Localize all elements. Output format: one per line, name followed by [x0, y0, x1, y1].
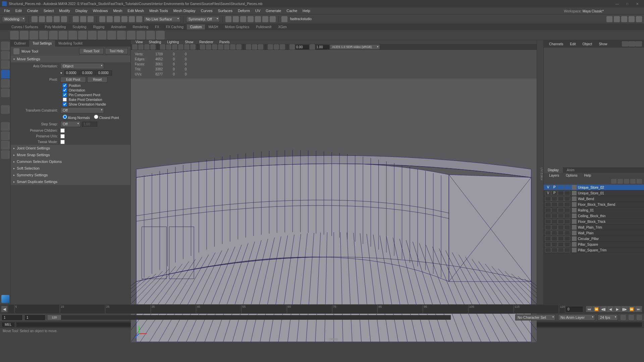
axis-orient-dropdown[interactable]: Object [60, 63, 104, 69]
reset-tool-button[interactable]: Reset Tool [79, 48, 104, 54]
menu-help[interactable]: Help [300, 9, 313, 13]
shelf-button[interactable] [78, 31, 87, 40]
tool-help-button[interactable]: Tool Help [105, 48, 128, 54]
hypershade-icon[interactable] [262, 16, 268, 22]
prefs-icon[interactable] [629, 315, 634, 320]
reset-pivot-button[interactable]: Reset [87, 77, 107, 82]
joint-orient[interactable]: Joint Orient Settings [11, 145, 130, 152]
layer-icon[interactable] [630, 179, 636, 184]
layout-tool[interactable] [1, 131, 10, 140]
last-tool[interactable] [1, 105, 10, 114]
menu-edit[interactable]: Edit [13, 9, 24, 13]
layer-row[interactable]: VPUnique_Store_02 [544, 185, 644, 190]
symmetry-dropdown[interactable]: Symmetry: Off [186, 16, 220, 22]
vp-menu-shading[interactable]: Shading [146, 40, 164, 44]
layer-icon[interactable] [637, 179, 642, 184]
shelf-button[interactable] [10, 31, 19, 40]
rp-layers[interactable]: Layers [546, 174, 562, 177]
save-scene-icon[interactable] [46, 16, 52, 22]
shelf-button[interactable] [107, 31, 116, 40]
layer-row[interactable]: Circular_Pillar [544, 236, 644, 242]
menu-surfaces[interactable]: Surfaces [215, 9, 235, 13]
menu-cache[interactable]: Cache [284, 9, 300, 13]
snap-live-icon[interactable] [129, 16, 135, 22]
vp-tool-icon[interactable] [190, 44, 196, 50]
undo-icon[interactable] [54, 16, 60, 22]
shelf-tab-active[interactable]: Custom [187, 24, 205, 29]
shelf-button[interactable] [30, 31, 38, 40]
shelf-tab[interactable]: FX Caching [163, 24, 187, 29]
vp-tool-icon[interactable] [144, 44, 150, 50]
layer-row[interactable]: Pillar_Square [544, 242, 644, 247]
shelf-tab[interactable]: Rigging [90, 24, 108, 29]
coord-z-input[interactable] [97, 70, 112, 75]
smart-duplicate[interactable]: Smart Duplicate Settings [11, 178, 130, 185]
fps-dropdown[interactable]: 24 fps [598, 314, 618, 320]
outliner-toggle-icon[interactable] [614, 16, 620, 22]
mode-dropdown[interactable]: Modeling [2, 16, 26, 22]
soft-selection[interactable]: Soft Selection [11, 165, 130, 172]
open-scene-icon[interactable] [39, 16, 45, 22]
play-fwd-icon[interactable]: ▶ [614, 306, 621, 312]
pin-component-check[interactable] [63, 93, 67, 97]
shelf-button[interactable] [127, 31, 136, 40]
rp-menu-channels[interactable]: Channels [546, 42, 567, 46]
shelf-tab[interactable]: Poly Modeling [41, 24, 69, 29]
channel-box-icon[interactable] [636, 16, 642, 22]
menu-windows[interactable]: Windows [90, 9, 111, 13]
cmd-lang[interactable]: MEL [2, 322, 14, 327]
layer-row[interactable]: Floor_Block_Thick_Bend [544, 202, 644, 207]
cb-icon[interactable] [635, 41, 642, 47]
rp-tab-anim[interactable]: Anim [563, 167, 579, 173]
menu-curves[interactable]: Curves [198, 9, 215, 13]
shelf-button[interactable] [117, 31, 126, 40]
select-tool[interactable] [1, 42, 10, 50]
snap-curve-icon[interactable] [107, 16, 113, 22]
grid-icon[interactable] [606, 16, 612, 22]
symmetry-settings[interactable]: Symmetry Settings [11, 172, 130, 178]
vp-tool-icon[interactable] [252, 44, 257, 50]
tab-outliner[interactable]: Outliner [11, 40, 29, 47]
menu-deform[interactable]: Deform [235, 9, 253, 13]
render-globals-icon[interactable] [248, 16, 254, 22]
menu-mesh-display[interactable]: Mesh Display [171, 9, 198, 13]
tool-settings-icon[interactable] [629, 16, 635, 22]
vp-tool-icon[interactable] [274, 44, 279, 50]
rp-menu-show[interactable]: Show [595, 42, 610, 46]
shelf-button[interactable] [88, 31, 97, 40]
prefs-icon[interactable] [637, 315, 642, 320]
uv-editor-tab[interactable]: UV Editor [540, 168, 543, 181]
tab-modeling-toolkit[interactable]: Modeling Toolkit [55, 40, 86, 47]
common-selection[interactable]: Common Selection Options [11, 158, 130, 165]
edit-pivot-button[interactable]: Edit Pivot [60, 77, 86, 82]
coord-x-input[interactable] [64, 70, 80, 75]
range-start-input[interactable] [2, 315, 22, 320]
vp-tool-icon[interactable] [218, 44, 223, 50]
close-button[interactable]: ✕ [633, 1, 642, 7]
vp-menu-panels[interactable]: Panels [217, 40, 232, 44]
layer-row[interactable]: VPUnique_Store_01 [544, 190, 644, 196]
prev-key-icon[interactable]: ◀▮ [600, 306, 607, 312]
redo-icon[interactable] [61, 16, 67, 22]
vp-tool-icon[interactable] [200, 44, 205, 50]
play-back-icon[interactable]: ◀ [607, 306, 614, 312]
prefs-icon[interactable] [621, 315, 626, 320]
render-view-icon[interactable] [255, 16, 261, 22]
shelf-tab[interactable]: MASH [205, 24, 221, 29]
vp-tool-icon[interactable] [206, 44, 211, 50]
live-surface-dropdown[interactable]: No Live Surface [144, 16, 180, 22]
current-frame-input[interactable] [566, 307, 583, 312]
shelf-button[interactable] [146, 31, 155, 40]
rp-menu-object[interactable]: Object [579, 42, 596, 46]
layer-row[interactable]: Ceiling_Block_thin [544, 213, 644, 219]
menu-mesh-tools[interactable]: Mesh Tools [147, 9, 170, 13]
vp-tool-icon[interactable] [132, 44, 138, 50]
coord-y-input[interactable] [80, 70, 96, 75]
paint-tool[interactable] [1, 60, 10, 69]
cb-icon[interactable] [622, 41, 629, 47]
vp-tool-icon[interactable] [224, 44, 229, 50]
user-label[interactable]: fasttrackstudio [290, 17, 312, 21]
lasso-tool[interactable] [1, 51, 10, 60]
vp-tool-icon[interactable] [236, 44, 241, 50]
vp-tool-icon[interactable] [310, 44, 315, 50]
